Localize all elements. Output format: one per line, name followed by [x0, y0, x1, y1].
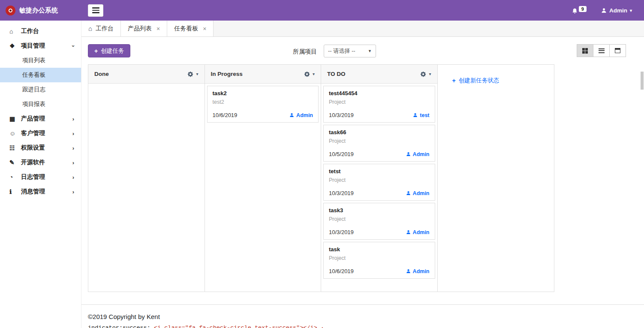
column-title: In Progress — [211, 71, 243, 77]
notifications-button[interactable]: 9 — [572, 6, 587, 15]
toolbar: +创建任务 所属项目 -- 请选择 -- ▼ — [81, 37, 644, 64]
user-icon — [406, 230, 411, 235]
task-project: test2 — [213, 99, 313, 105]
tab-bar: ⌂工作台产品列表×任务看板× — [81, 21, 644, 37]
calendar-icon — [615, 48, 620, 53]
user-name: Admin — [609, 7, 627, 14]
column-header: In Progress▾ — [205, 65, 321, 84]
sidebar-subitem-project-report[interactable]: 项目报表 — [0, 97, 81, 111]
task-assignee[interactable]: Admin — [289, 112, 313, 118]
list-view-button[interactable] — [593, 44, 610, 57]
sidebar-subitem-project-list[interactable]: 项目列表 — [0, 53, 81, 68]
footer: ©2019 Copyright by Kent indicator:succes… — [81, 304, 644, 328]
task-card[interactable]: task2test210/6/2019Admin — [207, 86, 319, 123]
sidebar-item-workbench[interactable]: ⌂工作台 — [0, 24, 81, 39]
task-project: Project — [329, 216, 430, 222]
create-task-label: 创建任务 — [101, 47, 124, 55]
task-assignee[interactable]: Admin — [406, 151, 430, 157]
app-title: 敏捷办公系统 — [19, 6, 58, 15]
sidebar-item-product[interactable]: ▦产品管理› — [0, 111, 81, 126]
list-icon — [599, 48, 605, 53]
sidebar-toggle-button[interactable] — [88, 4, 103, 17]
board-column-in-progress: In Progress▾task2test210/6/2019Admin — [205, 65, 322, 292]
plus-icon: + — [452, 77, 456, 84]
sidebar-item-permission[interactable]: ☷权限设置› — [0, 141, 81, 155]
chevron-down-icon: › — [70, 45, 76, 47]
sidebar-subitem-task-board[interactable]: 任务看板 — [0, 68, 81, 82]
kanban-board: Done▾In Progress▾task2test210/6/2019Admi… — [88, 64, 554, 292]
project-icon: ❖ — [9, 42, 21, 49]
task-card[interactable]: task3Project10/3/2019Admin — [323, 203, 435, 240]
column-settings[interactable]: ▾ — [420, 71, 431, 77]
tab-label: 工作台 — [96, 25, 114, 33]
column-header: Done▾ — [88, 65, 205, 84]
permission-icon: ☷ — [9, 144, 21, 151]
chevron-right-icon: › — [72, 130, 74, 137]
create-task-button[interactable]: +创建任务 — [88, 44, 130, 57]
sidebar-item-label: 开源软件 — [21, 159, 45, 166]
sidebar-item-opensource[interactable]: ✎开源软件› — [0, 155, 81, 170]
close-icon[interactable]: × — [156, 25, 160, 32]
project-select[interactable]: -- 请选择 -- ▼ — [324, 45, 376, 57]
task-card[interactable]: task66Project10/5/2019Admin — [323, 125, 435, 162]
chevron-right-icon: › — [72, 145, 74, 151]
task-title: test445454 — [329, 90, 430, 96]
add-status-link[interactable]: +创建新任务状态 — [438, 65, 554, 84]
column-title: Done — [94, 71, 109, 77]
calendar-view-button[interactable] — [609, 44, 626, 57]
task-assignee[interactable]: Admin — [406, 268, 430, 274]
brand[interactable]: 敏捷办公系统 — [0, 6, 81, 15]
tab-product-list[interactable]: 产品列表× — [121, 21, 167, 36]
close-icon[interactable]: × — [203, 25, 206, 32]
software-icon: ✎ — [9, 159, 21, 166]
sidebar-item-customer[interactable]: ☺客户管理› — [0, 126, 81, 141]
sidebar-item-label: 权限设置 — [21, 144, 45, 152]
user-icon — [289, 113, 294, 117]
message-icon: ℹ — [9, 188, 21, 195]
task-project: Project — [329, 138, 430, 144]
assignee-name: Admin — [413, 268, 430, 274]
gear-icon[interactable] — [420, 71, 426, 77]
grid-icon — [582, 48, 588, 54]
task-assignee[interactable]: Admin — [406, 190, 430, 196]
gear-icon[interactable] — [187, 71, 193, 77]
gear-icon[interactable] — [304, 71, 310, 77]
task-card[interactable]: test445454Project10/3/2019test — [323, 86, 435, 123]
user-icon — [406, 269, 411, 274]
topbar-right: 9 Admin ▾ — [572, 6, 644, 15]
board-column-add-status: +创建新任务状态 — [438, 65, 554, 292]
task-card[interactable]: tetstProject10/3/2019Admin — [323, 164, 435, 201]
column-body: task2test210/6/2019Admin — [205, 84, 321, 292]
scrollbar-thumb[interactable] — [641, 72, 644, 90]
sidebar-item-label: 项目管理 — [21, 42, 45, 50]
assignee-name: Admin — [413, 229, 430, 235]
task-title: tetst — [329, 168, 430, 175]
column-settings[interactable]: ▾ — [187, 71, 198, 77]
sidebar-item-message[interactable]: ℹ消息管理› — [0, 184, 81, 199]
bell-icon — [572, 8, 578, 15]
tab-label: 任务看板 — [174, 25, 198, 33]
sidebar-item-log[interactable]: ◔日志管理› — [0, 170, 81, 184]
chevron-down-icon: ▾ — [313, 72, 315, 76]
board-column-to-do: TO DO▾test445454Project10/3/2019testtask… — [321, 65, 438, 292]
tab-task-board[interactable]: 任务看板× — [167, 21, 214, 36]
sidebar-subitem-follow-log[interactable]: 跟进日志 — [0, 82, 81, 97]
clipped-text-code: <i class="fa fa-check-circle text-succes… — [154, 325, 324, 328]
task-date: 10/6/2019 — [329, 268, 354, 274]
sidebar-item-project[interactable]: ❖项目管理› — [0, 39, 81, 53]
column-settings[interactable]: ▾ — [304, 71, 315, 77]
plus-icon: + — [94, 48, 98, 54]
assignee-name: test — [420, 112, 429, 118]
assignee-name: Admin — [413, 151, 430, 157]
copyright-text: ©2019 Copyright by Kent — [88, 313, 160, 320]
task-assignee[interactable]: Admin — [406, 229, 430, 235]
user-menu[interactable]: Admin ▾ — [601, 7, 632, 14]
task-project: Project — [329, 255, 430, 261]
column-title: TO DO — [327, 71, 346, 77]
notification-badge: 9 — [579, 6, 587, 12]
task-card[interactable]: taskProject10/6/2019Admin — [323, 242, 435, 279]
product-icon: ▦ — [9, 115, 21, 122]
grid-view-button[interactable] — [577, 44, 593, 57]
tab-workbench[interactable]: ⌂工作台 — [81, 21, 121, 36]
task-assignee[interactable]: test — [413, 112, 429, 118]
